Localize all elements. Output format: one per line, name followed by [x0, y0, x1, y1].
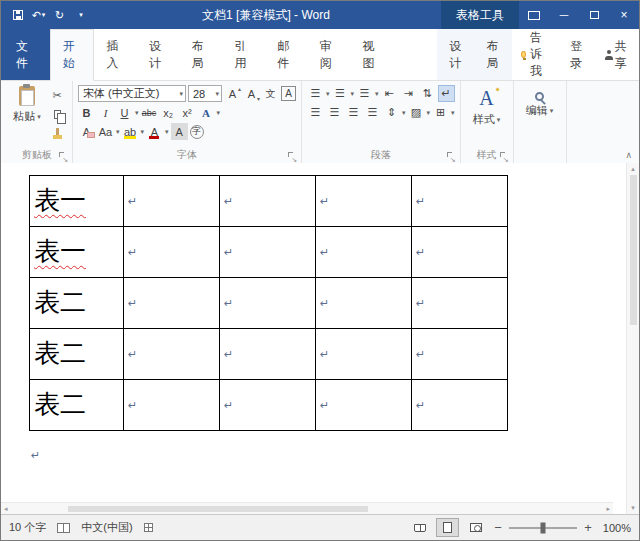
- tab-references[interactable]: 引用: [222, 29, 265, 80]
- scroll-up-icon[interactable]: ▴: [631, 165, 635, 173]
- page[interactable]: 表一 ↵ ↵ ↵ ↵ 表一 ↵ ↵ ↵ ↵ 表二 ↵ ↵ ↵: [1, 163, 626, 514]
- editing-button[interactable]: 编辑▾: [519, 84, 561, 148]
- cut-button[interactable]: ✂: [47, 87, 67, 104]
- web-layout-button[interactable]: [464, 518, 487, 537]
- zoom-level[interactable]: 100%: [599, 522, 631, 534]
- table-cell[interactable]: ↵: [220, 227, 316, 278]
- tab-layout[interactable]: 布局: [180, 29, 223, 80]
- multilevel-list-button[interactable]: ☰: [356, 85, 373, 102]
- underline-dropdown-icon[interactable]: ▾: [135, 109, 139, 117]
- shrink-font-button[interactable]: A: [243, 85, 260, 102]
- tab-insert[interactable]: 插入: [94, 29, 137, 80]
- scroll-right-icon[interactable]: ▸: [606, 505, 610, 513]
- character-border-button[interactable]: A: [281, 86, 296, 101]
- show-hide-marks-button[interactable]: ↵: [438, 85, 455, 102]
- zoom-in-button[interactable]: +: [582, 518, 594, 537]
- macro-record-icon[interactable]: [144, 523, 153, 532]
- change-case-dropdown-icon[interactable]: ▾: [116, 128, 120, 136]
- decrease-indent-button[interactable]: ⇤: [381, 85, 398, 102]
- print-layout-button[interactable]: [436, 518, 459, 537]
- shading-button[interactable]: ▨: [408, 104, 425, 121]
- text-effects-button[interactable]: A: [198, 104, 215, 121]
- table-cell[interactable]: ↵: [316, 176, 412, 227]
- maximize-button[interactable]: [579, 1, 609, 29]
- vertical-scrollbar[interactable]: ▴ ▾: [626, 163, 639, 514]
- bullets-button[interactable]: ☰: [307, 85, 324, 102]
- table-cell[interactable]: ↵: [412, 380, 508, 431]
- table-cell[interactable]: ↵: [124, 227, 220, 278]
- phonetic-guide-button[interactable]: 文: [262, 85, 279, 102]
- table-cell[interactable]: ↵: [316, 227, 412, 278]
- share-button[interactable]: 共享: [595, 29, 639, 80]
- chevron-down-icon[interactable]: ▾: [179, 90, 183, 98]
- font-dialog-launcher[interactable]: [288, 152, 296, 160]
- table-cell[interactable]: 表二: [30, 278, 124, 329]
- document-area[interactable]: 表一 ↵ ↵ ↵ ↵ 表一 ↵ ↵ ↵ ↵ 表二 ↵ ↵ ↵: [1, 163, 639, 514]
- text-highlight-color-button[interactable]: ab: [122, 123, 139, 140]
- read-mode-button[interactable]: [408, 518, 431, 537]
- clear-formatting-button[interactable]: A: [78, 123, 95, 140]
- table-cell[interactable]: ↵: [124, 380, 220, 431]
- close-button[interactable]: ×: [609, 1, 639, 29]
- table-cell[interactable]: ↵: [316, 278, 412, 329]
- table-cell[interactable]: 表二: [30, 380, 124, 431]
- table-cell[interactable]: ↵: [220, 176, 316, 227]
- justify-button[interactable]: ☰: [364, 104, 381, 121]
- styles-dialog-launcher[interactable]: [500, 152, 508, 160]
- table-cell[interactable]: 表二: [30, 329, 124, 380]
- word-count-button[interactable]: 10 个字: [9, 520, 46, 535]
- tab-design[interactable]: 设计: [137, 29, 180, 80]
- clipboard-dialog-launcher[interactable]: [59, 152, 67, 160]
- tab-view[interactable]: 视图: [351, 29, 394, 80]
- bullets-dropdown-icon[interactable]: ▾: [326, 90, 330, 98]
- table-cell[interactable]: ↵: [124, 176, 220, 227]
- subscript-button[interactable]: x₂: [160, 104, 177, 121]
- font-size-combobox[interactable]: 28▾: [188, 85, 222, 102]
- multilevel-list-dropdown-icon[interactable]: ▾: [375, 90, 379, 98]
- enclose-characters-button[interactable]: 字: [190, 125, 204, 139]
- table-cell[interactable]: 表一: [30, 176, 124, 227]
- scroll-down-icon[interactable]: ▾: [631, 504, 635, 512]
- zoom-out-button[interactable]: −: [492, 518, 504, 537]
- highlight-dropdown-icon[interactable]: ▾: [141, 128, 145, 136]
- table-cell[interactable]: ↵: [316, 329, 412, 380]
- table-cell[interactable]: ↵: [412, 176, 508, 227]
- undo-button[interactable]: ↶▾: [28, 1, 49, 29]
- superscript-button[interactable]: x²: [179, 104, 196, 121]
- character-shading-button[interactable]: A: [171, 123, 188, 140]
- zoom-slider-thumb[interactable]: [541, 522, 546, 533]
- table-cell[interactable]: ↵: [412, 278, 508, 329]
- font-name-combobox[interactable]: 宋体 (中文正文)▾: [78, 85, 186, 102]
- tab-home[interactable]: 开始: [50, 29, 95, 81]
- sign-in-button[interactable]: 登录: [561, 29, 595, 80]
- table-cell[interactable]: ↵: [220, 380, 316, 431]
- bold-button[interactable]: B: [78, 104, 95, 121]
- paste-dropdown-icon[interactable]: ▾: [37, 113, 41, 121]
- table-cell[interactable]: ↵: [412, 329, 508, 380]
- table-cell[interactable]: ↵: [124, 278, 220, 329]
- align-center-button[interactable]: ☰: [326, 104, 343, 121]
- table-cell[interactable]: ↵: [124, 329, 220, 380]
- grow-font-button[interactable]: A: [224, 85, 241, 102]
- borders-dropdown-icon[interactable]: ▾: [451, 109, 455, 117]
- horizontal-scrollbar[interactable]: ◂ ▸: [1, 502, 613, 514]
- styles-dropdown-icon[interactable]: ▾: [497, 116, 501, 124]
- change-case-button[interactable]: Aa: [97, 123, 114, 140]
- underline-button[interactable]: U: [116, 104, 133, 121]
- collapse-ribbon-button[interactable]: ∧: [625, 150, 632, 160]
- font-color-dropdown-icon[interactable]: ▾: [165, 128, 169, 136]
- editing-dropdown-icon[interactable]: ▾: [550, 107, 554, 115]
- table-cell[interactable]: ↵: [412, 227, 508, 278]
- align-right-button[interactable]: ☰: [345, 104, 362, 121]
- strikethrough-button[interactable]: abc: [141, 104, 158, 121]
- undo-dropdown-icon[interactable]: ▾: [42, 11, 46, 19]
- borders-button[interactable]: ⊞: [432, 104, 449, 121]
- tab-table-design[interactable]: 设计: [437, 29, 474, 80]
- font-color-button[interactable]: A: [146, 123, 163, 140]
- copy-button[interactable]: [47, 106, 67, 123]
- text-effects-dropdown-icon[interactable]: ▾: [217, 109, 221, 117]
- chevron-down-icon[interactable]: ▾: [215, 90, 219, 98]
- ribbon-display-options-button[interactable]: [519, 1, 549, 29]
- customize-qat-button[interactable]: ▾: [70, 1, 91, 29]
- format-painter-button[interactable]: [47, 125, 67, 142]
